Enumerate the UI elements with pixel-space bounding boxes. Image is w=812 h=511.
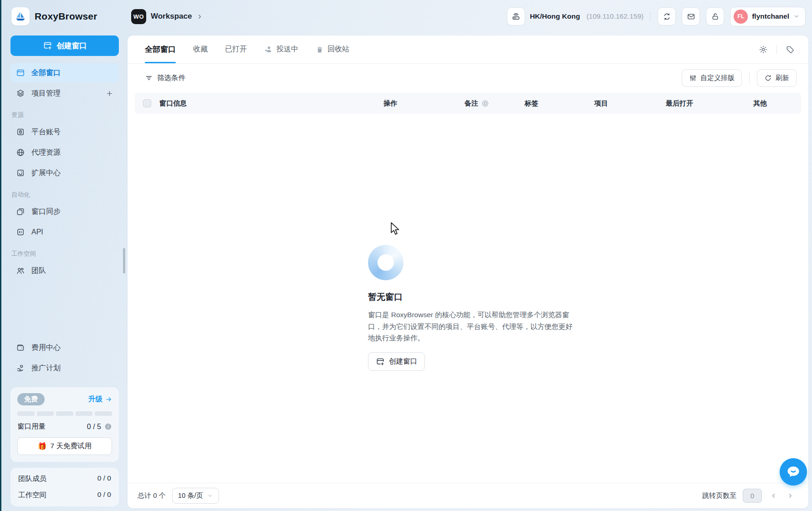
- chevron-right-icon: [787, 492, 794, 499]
- sidebar-item-project-management[interactable]: 项目管理: [10, 84, 119, 103]
- page-size-select[interactable]: 10 条/页: [172, 488, 219, 504]
- sidebar-item-proxy-resources[interactable]: 代理资源: [10, 143, 119, 162]
- tab-all-windows[interactable]: 全部窗口: [145, 35, 176, 63]
- workspace-count-value: 0 / 0: [97, 491, 111, 500]
- person-send-icon: [264, 45, 273, 54]
- prev-page-button[interactable]: [768, 491, 779, 501]
- filter-conditions[interactable]: 筛选条件: [145, 73, 185, 83]
- total-count: 总计 0 个: [138, 491, 166, 500]
- chevron-down-icon: [207, 493, 213, 499]
- section-resources: 资源: [11, 111, 119, 119]
- mail-icon: [687, 12, 695, 21]
- free-trial-button[interactable]: 🎁 7 天免费试用: [17, 437, 112, 455]
- top-header: RoxyBrowser WO Workspace HK/Hong Kong(10…: [1, 0, 812, 33]
- main-panel: 全部窗口 收藏 已打开 投送中 回收站: [128, 35, 808, 508]
- window-plus-icon: [376, 357, 385, 366]
- sidebar: 创建窗口 全部窗口 项目管理 资源 平台账号 代理资源 扩展中: [1, 33, 128, 511]
- jump-page-label: 跳转页数至: [702, 491, 736, 500]
- sidebar-item-platform-accounts[interactable]: 平台账号: [10, 122, 119, 142]
- sidebar-item-extension-center[interactable]: 扩展中心: [10, 163, 119, 182]
- plan-card: 免费 升级 窗口用量 0 / 5 🎁 7 天免费试用: [10, 387, 119, 462]
- sync-button[interactable]: [658, 7, 676, 25]
- filter-icon: [145, 74, 153, 82]
- usage-progress-bar: [17, 411, 112, 416]
- add-project-icon[interactable]: [106, 90, 113, 97]
- stats-card: 团队成员 0 / 0 工作空间 0 / 0: [10, 468, 119, 506]
- sidebar-item-referral-program[interactable]: 推广计划: [10, 359, 119, 378]
- tab-recycle-bin[interactable]: 回收站: [316, 35, 349, 63]
- column-actions: 操作: [383, 99, 465, 108]
- extension-icon: [16, 168, 25, 177]
- wallet-icon: [16, 343, 25, 352]
- window-icon: [16, 68, 25, 77]
- window-plus-icon: [43, 41, 52, 51]
- tabs-bar: 全部窗口 收藏 已打开 投送中 回收站: [128, 35, 808, 64]
- lock-button[interactable]: [706, 7, 724, 25]
- sidebar-item-team[interactable]: 团队: [10, 261, 119, 280]
- column-other: 其他: [753, 99, 801, 108]
- chevron-left-icon: [770, 492, 777, 499]
- column-notes: 备注: [465, 99, 525, 108]
- workspace-switcher[interactable]: WO Workspace: [131, 9, 203, 24]
- next-page-button[interactable]: [785, 491, 796, 501]
- sidebar-item-billing-center[interactable]: 费用中心: [10, 338, 119, 357]
- tabs-divider: [776, 45, 777, 54]
- sidebar-item-window-sync[interactable]: 窗口同步: [10, 202, 119, 221]
- section-workspace: 工作空间: [11, 250, 119, 258]
- settings-button[interactable]: [758, 44, 769, 55]
- create-window-button[interactable]: 创建窗口: [10, 35, 119, 56]
- tags-button[interactable]: [785, 44, 796, 55]
- tab-delivering[interactable]: 投送中: [264, 35, 298, 63]
- lock-icon: [711, 12, 720, 21]
- refresh-button[interactable]: 刷新: [757, 69, 797, 87]
- sidebar-item-all-windows[interactable]: 全部窗口: [10, 63, 119, 82]
- workspace-label: Workspace: [151, 12, 192, 21]
- tab-opened[interactable]: 已打开: [225, 35, 247, 63]
- router-icon: [507, 7, 525, 25]
- user-menu[interactable]: FL flyntchanel: [730, 7, 806, 26]
- info-icon[interactable]: [104, 423, 112, 430]
- arrow-right-icon: [105, 396, 112, 403]
- support-chat-button[interactable]: [780, 458, 807, 486]
- chat-bubble-icon: [785, 464, 802, 480]
- select-all-checkbox[interactable]: [143, 99, 151, 107]
- empty-description: 窗口是 RoxyBrowser 的核心功能，可以帮助您管理多个浏览器窗口，并为它…: [368, 309, 578, 344]
- column-project: 项目: [594, 99, 666, 108]
- api-code-icon: [16, 228, 25, 237]
- team-members-label: 团队成员: [18, 474, 46, 484]
- username: flyntchanel: [752, 12, 789, 20]
- window-usage-value: 0 / 5: [87, 423, 101, 431]
- table-header: 窗口信息 操作 备注 标签 项目 最后打开 其他: [135, 93, 801, 114]
- proxy-ip: (109.110.162.159): [587, 12, 644, 20]
- sliders-icon: [689, 74, 697, 82]
- loading-spinner: [368, 245, 403, 280]
- empty-create-window-button[interactable]: 创建窗口: [368, 352, 425, 371]
- workspace-badge: WO: [131, 9, 146, 24]
- empty-title: 暂无窗口: [368, 291, 582, 303]
- network-status[interactable]: HK/Hong Kong(109.110.162.159): [507, 7, 643, 25]
- chevron-down-icon: [793, 13, 800, 20]
- filter-bar: 筛选条件 自定义排版 刷新: [128, 64, 808, 92]
- tab-favorites[interactable]: 收藏: [193, 35, 208, 63]
- user-avatar: FL: [734, 10, 748, 24]
- upgrade-link[interactable]: 升级: [88, 395, 112, 404]
- team-members-value: 0 / 0: [97, 474, 111, 484]
- toolbar-divider: [749, 72, 750, 83]
- visibility-icon[interactable]: [481, 100, 489, 107]
- custom-layout-button[interactable]: 自定义排版: [682, 69, 742, 87]
- refresh-icon: [764, 74, 772, 82]
- gift-icon: 🎁: [38, 442, 46, 450]
- jump-page-input[interactable]: [743, 489, 762, 503]
- sidebar-item-api[interactable]: API: [10, 223, 119, 242]
- app-logo: RoxyBrowser: [1, 7, 128, 25]
- globe-icon: [16, 148, 25, 157]
- sailboat-logo-icon: [11, 7, 30, 25]
- window-sync-icon: [16, 207, 25, 216]
- team-icon: [16, 266, 25, 275]
- sidebar-scrollbar[interactable]: [123, 248, 125, 273]
- messages-button[interactable]: [682, 7, 700, 25]
- header-controls: HK/Hong Kong(109.110.162.159) FL flyntch…: [507, 7, 812, 26]
- sidebar-spacer: [10, 282, 119, 338]
- proxy-location: HK/Hong Kong: [530, 12, 580, 20]
- mouse-cursor: [390, 222, 401, 236]
